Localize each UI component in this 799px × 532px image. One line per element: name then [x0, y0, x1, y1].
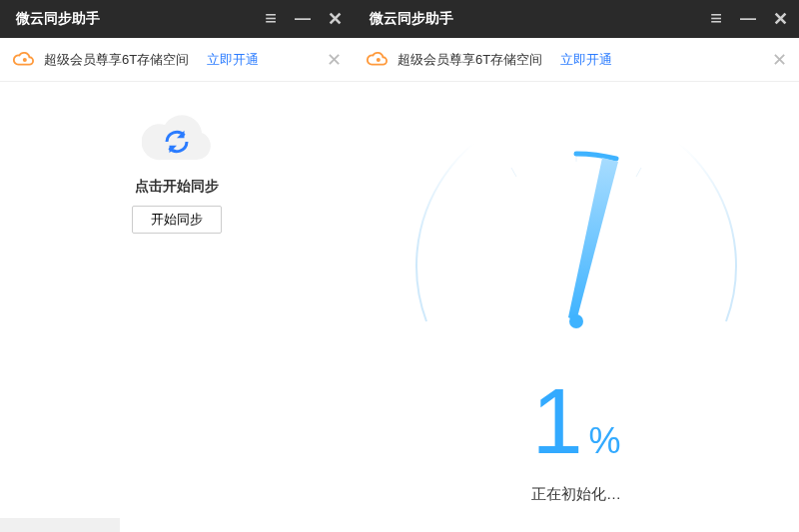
app-title: 微云同步助手 — [10, 10, 262, 28]
svg-line-3 — [511, 168, 516, 177]
body-running: 1 % 正在初始化… — [354, 82, 799, 532]
svg-marker-5 — [568, 158, 618, 321]
titlebar: 微云同步助手 ≡ — ✕ — [0, 0, 354, 38]
promo-text: 超级会员尊享6T存储空间 — [398, 51, 542, 69]
svg-line-4 — [636, 168, 641, 177]
promo-close-icon[interactable]: ✕ — [327, 51, 342, 69]
progress-gauge — [397, 92, 756, 371]
cloud-sync-icon — [142, 112, 212, 166]
progress-status: 正在初始化… — [531, 485, 621, 504]
progress-value: 1 — [531, 375, 582, 467]
start-sync-button[interactable]: 开始同步 — [132, 206, 222, 234]
cloud-badge-icon — [366, 49, 388, 71]
window-controls: ≡ — ✕ — [262, 10, 344, 28]
promo-banner: 超级会员尊享6T存储空间 立即开通 ✕ — [0, 38, 354, 82]
promo-link[interactable]: 立即开通 — [560, 51, 612, 69]
minimize-icon[interactable]: — — [739, 11, 757, 27]
promo-link[interactable]: 立即开通 — [207, 51, 259, 69]
status-bar-placeholder — [0, 518, 120, 532]
promo-banner: 超级会员尊享6T存储空间 立即开通 ✕ — [354, 38, 799, 82]
sync-prompt-label: 点击开始同步 — [135, 178, 219, 196]
svg-point-1 — [377, 57, 381, 61]
promo-text: 超级会员尊享6T存储空间 — [44, 51, 189, 69]
cloud-badge-icon — [12, 49, 34, 71]
window-sync-running: 微云同步助手 ≡ — ✕ 超级会员尊享6T存储空间 立即开通 ✕ — [354, 0, 799, 532]
app-title: 微云同步助手 — [364, 10, 707, 28]
window-controls: ≡ — ✕ — [707, 10, 789, 28]
progress-percent: 1 % — [531, 375, 620, 467]
window-sync-idle: 微云同步助手 ≡ — ✕ 超级会员尊享6T存储空间 立即开通 ✕ — [0, 0, 354, 532]
menu-icon[interactable]: ≡ — [262, 8, 280, 28]
close-icon[interactable]: ✕ — [771, 10, 789, 28]
sync-prompt: 点击开始同步 开始同步 — [132, 112, 222, 234]
svg-point-6 — [569, 314, 583, 328]
svg-point-0 — [23, 57, 27, 61]
titlebar: 微云同步助手 ≡ — ✕ — [354, 0, 799, 38]
progress-unit: % — [589, 420, 621, 462]
menu-icon[interactable]: ≡ — [707, 8, 725, 28]
minimize-icon[interactable]: — — [294, 11, 312, 27]
promo-close-icon[interactable]: ✕ — [772, 51, 787, 69]
close-icon[interactable]: ✕ — [326, 10, 344, 28]
body-idle: 点击开始同步 开始同步 — [0, 82, 354, 532]
